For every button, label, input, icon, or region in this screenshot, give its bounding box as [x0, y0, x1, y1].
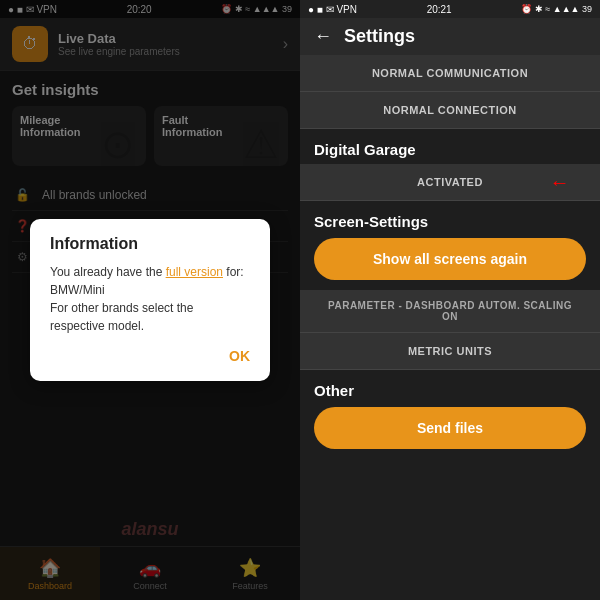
dialog-title: Information — [50, 235, 250, 253]
phone-right: ● ■ ✉ VPN 20:21 ⏰ ✱ ≈ ▲▲▲ 39 ← Settings … — [300, 0, 600, 600]
metric-units-btn[interactable]: METRIC UNITS — [300, 333, 600, 370]
back-button[interactable]: ← — [314, 26, 332, 47]
dialog-body: You already have the full version for:BM… — [50, 263, 250, 335]
other-title: Other — [300, 370, 600, 407]
dialog-ok-button[interactable]: OK — [229, 348, 250, 364]
activated-row: ACTIVATED ← — [300, 164, 600, 201]
digital-garage-title: Digital Garage — [300, 129, 600, 164]
dialog-overlay: Information You already have the full ve… — [0, 0, 300, 600]
settings-content: NORMAL COMMUNICATION NORMAL CONNECTION D… — [300, 55, 600, 600]
status-bar-right: ● ■ ✉ VPN 20:21 ⏰ ✱ ≈ ▲▲▲ 39 — [300, 0, 600, 18]
system-icons-right: ⏰ ✱ ≈ ▲▲▲ 39 — [521, 4, 592, 14]
network-icons-right: ● ■ ✉ VPN — [308, 4, 357, 15]
dialog-ok-area: OK — [50, 347, 250, 365]
show-all-screens-button[interactable]: Show all screens again — [314, 238, 586, 280]
time-right: 20:21 — [427, 4, 452, 15]
red-arrow-icon: ← — [550, 171, 571, 194]
normal-communication-btn[interactable]: NORMAL COMMUNICATION — [300, 55, 600, 92]
status-icons-right-left: ● ■ ✉ VPN — [308, 4, 357, 15]
dialog-box: Information You already have the full ve… — [30, 219, 270, 381]
settings-header: ← Settings — [300, 18, 600, 55]
activated-label: ACTIVATED — [417, 176, 483, 188]
parameter-dashboard-btn[interactable]: PARAMETER - DASHBOARD AUTOM. SCALINGON — [300, 290, 600, 333]
settings-title: Settings — [344, 26, 415, 47]
normal-connection-btn[interactable]: NORMAL CONNECTION — [300, 92, 600, 129]
screen-settings-title: Screen-Settings — [300, 201, 600, 238]
status-icons-right-right: ⏰ ✱ ≈ ▲▲▲ 39 — [521, 4, 592, 14]
send-files-button[interactable]: Send files — [314, 407, 586, 449]
phone-left: ● ■ ✉ VPN 20:20 ⏰ ✱ ≈ ▲▲▲ 39 ⏱ Live Data… — [0, 0, 300, 600]
